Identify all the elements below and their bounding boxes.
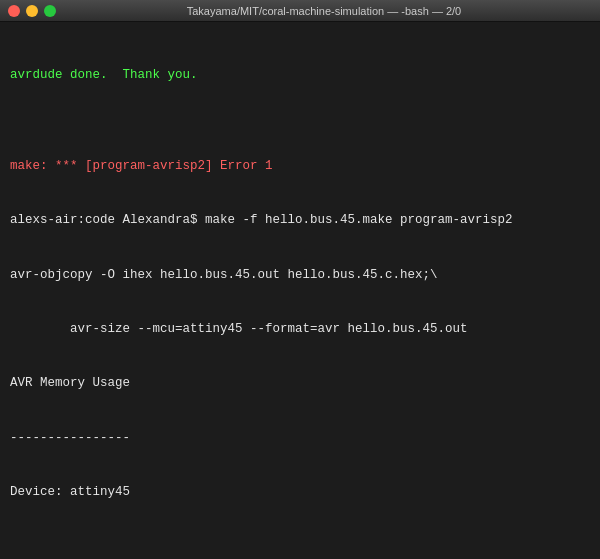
terminal-line: ---------------- [10,429,590,447]
terminal-line: alexs-air:code Alexandra$ make -f hello.… [10,211,590,229]
terminal-line: AVR Memory Usage [10,374,590,392]
window-controls [8,5,56,17]
minimize-button[interactable] [26,5,38,17]
window-title: Takayama/MIT/coral-machine-simulation — … [56,5,592,17]
terminal-output: avrdude done. Thank you. make: *** [prog… [0,22,600,559]
terminal-line: make: *** [program-avrisp2] Error 1 [10,157,590,175]
window-titlebar: Takayama/MIT/coral-machine-simulation — … [0,0,600,22]
close-button[interactable] [8,5,20,17]
terminal-line: avr-size --mcu=attiny45 --format=avr hel… [10,320,590,338]
terminal-line: avrdude done. Thank you. [10,66,590,84]
terminal-line: Device: attiny45 [10,483,590,501]
terminal-line: avr-objcopy -O ihex hello.bus.45.out hel… [10,266,590,284]
window: Takayama/MIT/coral-machine-simulation — … [0,0,600,559]
maximize-button[interactable] [44,5,56,17]
